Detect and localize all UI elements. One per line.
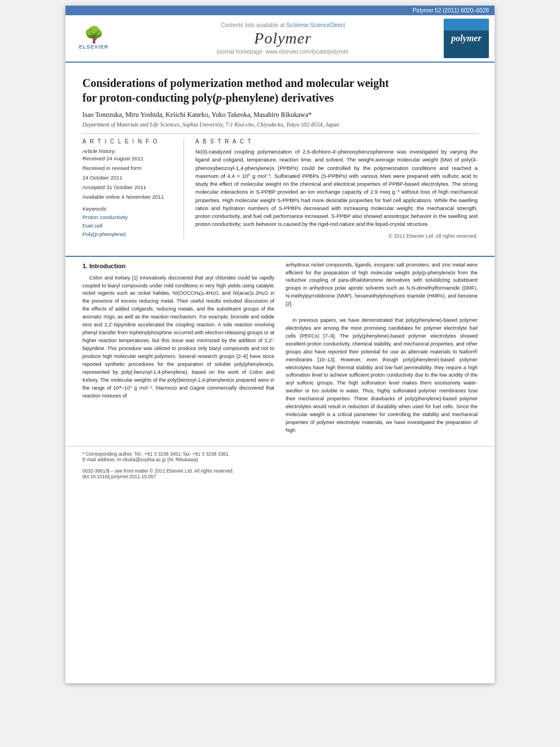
section-1-col2-para2: In previous papers, we have demonstrated…: [286, 317, 478, 435]
sciverse-text[interactable]: SciVerse ScienceDirect: [286, 22, 345, 28]
issn: 0032-3861/$ – see front matter © 2011 El…: [82, 468, 478, 474]
corresponding-author: * Corresponding author. Tel.: +81 3 3238…: [82, 451, 478, 457]
keyword-2: Fuel cell: [82, 221, 175, 230]
journal-center: Contents lists available at SciVerse Sci…: [122, 22, 444, 55]
author-list: Isao Tonozuka, Miru Yoshida, Keiichi Kan…: [82, 111, 312, 119]
article-info-column: A R T I C L E I N F O Article history: R…: [82, 138, 184, 239]
citation-text: Polymer 52 (2011) 6020–6028: [413, 7, 489, 14]
footer: * Corresponding author. Tel.: +81 3 3238…: [65, 446, 495, 484]
section-1-heading: 1. Introduction: [82, 261, 274, 271]
affiliation: Department of Materials and Life Science…: [82, 121, 478, 128]
abstract-text: Ni(0)-catalyzed coupling polymerization …: [195, 148, 478, 229]
keywords-section: Keywords: Proton conductivity Fuel cell …: [82, 206, 175, 239]
abstract-column: A B S T R A C T Ni(0)-catalyzed coupling…: [195, 138, 478, 239]
received-date: Received 24 August 2011: [82, 155, 175, 161]
title-line2-start: for proton-conducting poly(: [82, 91, 216, 104]
article-info-title: A R T I C L E I N F O: [82, 138, 175, 145]
section-divider: [65, 256, 495, 257]
article-meta-section: A R T I C L E I N F O Article history: R…: [82, 133, 478, 239]
accepted-date: Accepted 31 October 2011: [82, 184, 175, 190]
history-label: Article history:: [82, 148, 175, 154]
polymer-logo-text: polymer: [451, 33, 481, 43]
section-1-heading-text: 1. Introduction: [82, 263, 125, 269]
keyword-1: Proton conductivity: [82, 213, 175, 221]
authors: Isao Tonozuka, Miru Yoshida, Keiichi Kan…: [82, 111, 478, 119]
body-col-right: anhydrous nickel compounds, ligands, ino…: [286, 261, 478, 435]
polymer-logo: polymer: [444, 19, 489, 58]
journal-name: Polymer: [122, 29, 444, 47]
journal-citation: Polymer 52 (2011) 6020–6028: [65, 6, 495, 15]
received-revised-date: 24 October 2011: [82, 174, 175, 181]
elsevier-tree-icon: 🌳: [84, 27, 104, 43]
email-address: E-mail address: m-rikuka@sophia.ac.jp (M…: [82, 457, 478, 462]
article-title: Considerations of polymerization method …: [82, 76, 478, 105]
title-italic: p: [216, 91, 222, 104]
sciverse-link: Contents lists available at SciVerse Sci…: [122, 22, 444, 28]
title-line1: Considerations of polymerization method …: [82, 77, 389, 89]
journal-homepage: journal homepage: www.elsevier.com/locat…: [122, 49, 444, 55]
doi: doi:10.1016/j.polymer.2011.10.057: [82, 474, 478, 479]
elsevier-label: ELSEVIER: [79, 44, 109, 50]
received-revised-label: Received in revised form: [82, 165, 175, 171]
elsevier-logo: 🌳 ELSEVIER: [71, 27, 116, 50]
copyright: © 2011 Elsevier Ltd. All rights reserved…: [195, 233, 478, 239]
main-content: Considerations of polymerization method …: [65, 63, 495, 250]
body-section: 1. Introduction Colon and Kelsey [1] inn…: [65, 261, 495, 446]
abstract-title: A B S T R A C T: [195, 138, 478, 145]
journal-header: 🌳 ELSEVIER Contents lists available at S…: [65, 15, 495, 63]
section-1-col2-para1: anhydrous nickel compounds, ligands, ino…: [286, 261, 478, 309]
title-line2-end: -phenylene) derivatives: [222, 91, 334, 104]
keywords-label: Keywords:: [82, 206, 175, 212]
online-date: Available online 4 November 2011: [82, 194, 175, 200]
body-col-left: 1. Introduction Colon and Kelsey [1] inn…: [82, 261, 274, 435]
section-1-col1-para1: Colon and Kelsey [1] innovatively discov…: [82, 274, 274, 400]
keyword-3: Poly(p-phenylene): [82, 230, 175, 238]
